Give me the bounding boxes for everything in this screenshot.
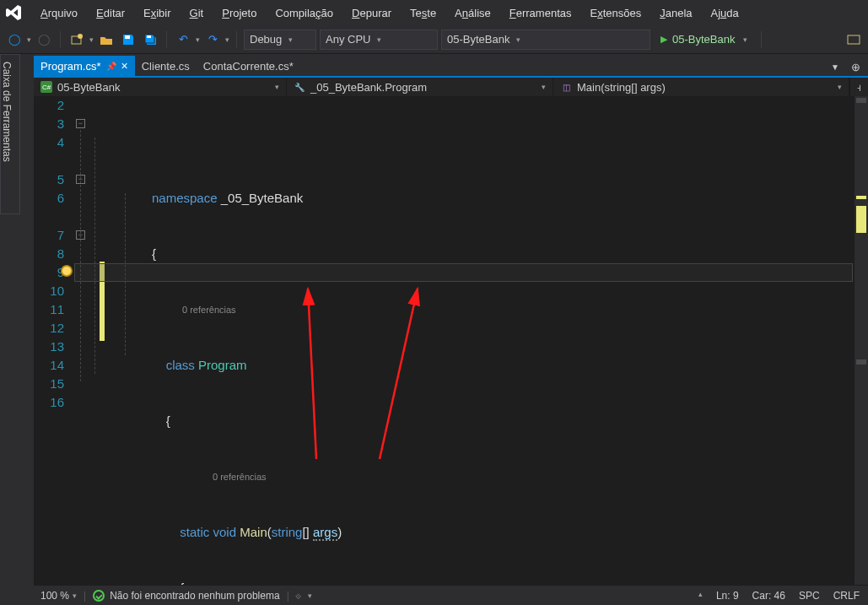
editor-tabs: Program.cs* 📌 × Cliente.cs ContaCorrente… [34,54,868,76]
crumb-project-label: 05-ByteBank [57,81,120,94]
cursor-line: Ln: 9 [716,590,739,602]
zoom-value: 100 % [40,590,69,602]
config-dropdown[interactable]: Debug▾ [244,30,316,50]
toolbar-overflow-icon[interactable] [844,30,863,49]
nav-back-button[interactable]: ◯ [5,30,24,49]
codelens-refs[interactable]: 0 referências [152,300,853,319]
line-number-gutter: 2 3 4 5 6 7 8 9 10 11 12 13 14 15 16 [34,96,74,585]
menu-ferramentas[interactable]: Ferramentas [501,3,580,23]
menu-projeto[interactable]: Projeto [213,3,265,23]
toolbox-panel-tab[interactable]: Caixa de Ferramentas [0,54,20,214]
crumb-class[interactable]: 🔧 _05_ByteBank.Program ▾ [287,78,553,96]
redo-icon[interactable]: ↷ [203,30,222,49]
status-bar: 100 % ▾ | Não foi encontrado nenhum prob… [34,585,868,605]
close-icon[interactable]: × [121,60,128,72]
nav-breadcrumb: C# 05-ByteBank ▾ 🔧 _05_ByteBank.Program … [34,76,868,96]
zoom-control[interactable]: 100 % ▾ [34,590,84,602]
fold-toggle-icon[interactable]: − [76,119,85,128]
menu-exibir[interactable]: Exibir [135,3,180,23]
menu-arquivo[interactable]: Arquivo [32,3,86,23]
codelens-refs[interactable]: 0 referências [152,467,853,486]
menu-bar: Arquivo Editar Exibir Git Projeto Compil… [0,0,868,25]
save-all-icon[interactable] [141,30,159,49]
split-editor-icon[interactable]: ⫞ [849,78,868,96]
startup-dropdown[interactable]: 05-ByteBank▾ [441,30,650,50]
svg-point-1 [78,34,83,39]
config-value: Debug [250,33,282,46]
run-button[interactable]: ▶05-ByteBank▾ [654,30,754,50]
tabs-dropdown-icon[interactable]: ▼ [826,57,844,76]
undo-icon[interactable]: ↶ [174,30,192,49]
problems-indicator[interactable]: Não foi encontrado nenhum problema [86,590,286,602]
menu-extensoes[interactable]: Extensões [581,3,650,23]
crumb-member[interactable]: ◫ Main(string[] args) ▾ [553,78,849,96]
run-label: 05-ByteBank [672,33,735,46]
indent-mode[interactable]: SPC [799,590,820,602]
menu-analise[interactable]: Análise [446,3,499,23]
save-icon[interactable] [119,30,137,49]
menu-depurar[interactable]: Depurar [343,3,400,23]
svg-rect-2 [125,35,130,39]
source-code[interactable]: namespace _05_ByteBank { 0 referências c… [152,96,853,605]
menu-compilacao[interactable]: Compilação [267,3,342,23]
open-folder-icon[interactable] [97,30,116,49]
tab-program-cs[interactable]: Program.cs* 📌 × [34,56,135,76]
tab-cliente-cs[interactable]: Cliente.cs [135,56,197,76]
tab-contacorrente-cs[interactable]: ContaCorrente.cs* [197,56,300,76]
svg-rect-4 [848,35,860,44]
cursor-col: Car: 46 [752,590,785,602]
lightbulb-icon[interactable] [61,265,73,277]
line-ending[interactable]: CRLF [833,590,860,602]
tab-label: Cliente.cs [142,60,190,73]
csharp-icon: C# [40,81,52,93]
startup-value: 05-ByteBank [447,33,509,46]
tab-label: Program.cs* [40,60,101,73]
new-project-icon[interactable] [67,30,86,49]
menu-janela[interactable]: Janela [651,3,700,23]
svg-rect-3 [147,35,151,38]
platform-value: Any CPU [326,33,370,46]
crumb-member-label: Main(string[] args) [577,81,666,94]
fold-column: − − − [74,96,152,585]
tab-label: ContaCorrente.cs* [203,60,294,73]
check-circle-icon [93,590,105,602]
crumb-project[interactable]: C# 05-ByteBank ▾ [34,78,287,96]
menu-git[interactable]: Git [181,3,213,23]
nav-fwd-button[interactable]: ◯ [35,30,53,49]
menu-editar[interactable]: Editar [88,3,133,23]
menu-teste[interactable]: Teste [402,3,445,23]
pin-icon[interactable]: 📌 [106,62,116,71]
problems-text: Não foi encontrado nenhum problema [110,590,279,602]
menu-ajuda[interactable]: Ajuda [703,3,747,23]
status-build-icon[interactable]: ⟐ [289,586,308,605]
method-icon: ◫ [560,81,572,93]
tabs-add-icon[interactable]: ⊕ [846,57,865,76]
vs-logo-icon [3,2,25,24]
platform-dropdown[interactable]: Any CPU▾ [320,30,438,50]
code-editor[interactable]: 2 3 4 5 6 7 8 9 10 11 12 13 14 15 16 − −… [34,96,868,585]
toolbar: ◯ ▾ ◯ ▾ ↶▾ ↷▾ Debug▾ Any CPU▾ 05-ByteBan… [0,25,868,54]
vertical-scrollbar[interactable] [855,96,868,585]
crumb-class-label: _05_ByteBank.Program [310,81,427,94]
class-icon: 🔧 [294,81,305,93]
